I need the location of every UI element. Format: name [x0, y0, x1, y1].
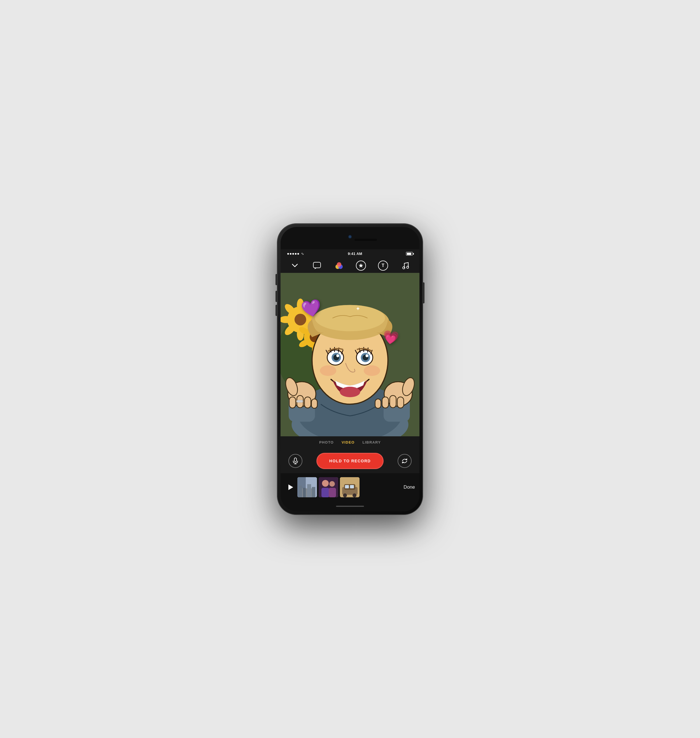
signal-dot-2	[290, 253, 291, 255]
svg-point-78	[322, 480, 329, 487]
clip-1-preview	[297, 477, 317, 497]
hold-to-record-button[interactable]: HOLD TO RECORD	[316, 453, 384, 469]
clip-thumbnail-3[interactable]	[340, 477, 360, 497]
chevron-down-button[interactable]	[290, 260, 300, 271]
toolbar: T	[281, 258, 419, 273]
camera-preview: 💜 💗 ✦	[281, 273, 419, 436]
chat-bubble-button[interactable]	[312, 260, 322, 271]
phone-screen: ∿ 9:41 AM	[281, 227, 419, 511]
svg-rect-54	[311, 399, 317, 408]
svg-point-32	[315, 305, 385, 331]
effects-button[interactable]	[334, 260, 344, 271]
svg-point-88	[353, 493, 356, 497]
star-icon	[359, 263, 363, 268]
pink-heart-sticker[interactable]: 💗	[382, 329, 400, 346]
earpiece-speaker	[354, 239, 377, 241]
svg-point-3	[337, 262, 341, 267]
music-button[interactable]	[400, 260, 410, 271]
done-button[interactable]: Done	[403, 484, 415, 490]
battery-fill	[407, 253, 411, 255]
wifi-icon: ∿	[301, 252, 304, 256]
phone-device: ∿ 9:41 AM	[277, 224, 423, 515]
chevron-down-icon	[292, 263, 298, 268]
svg-rect-81	[329, 488, 336, 497]
play-icon	[287, 484, 294, 491]
svg-rect-0	[313, 262, 321, 268]
text-icon: T	[382, 263, 384, 268]
front-camera	[349, 235, 351, 238]
play-button[interactable]	[285, 482, 296, 493]
status-time: 9:41 AM	[348, 252, 362, 256]
svg-rect-86	[350, 485, 354, 489]
svg-rect-51	[289, 397, 296, 408]
clip-tray: Done	[281, 473, 419, 501]
svg-rect-73	[299, 486, 302, 497]
chat-bubble-icon	[313, 262, 321, 269]
svg-marker-68	[288, 484, 293, 490]
svg-rect-75	[307, 484, 311, 497]
photo-mode-button[interactable]: PHOTO	[319, 440, 334, 445]
svg-rect-62	[382, 397, 389, 408]
clip-2-preview	[319, 477, 338, 497]
svg-rect-63	[390, 395, 396, 408]
signal-dot-1	[287, 253, 289, 255]
text-button[interactable]: T	[378, 260, 388, 271]
svg-rect-53	[304, 397, 311, 408]
microphone-icon	[293, 458, 298, 464]
signal-dot-5	[297, 253, 299, 255]
signal-dot-4	[295, 253, 297, 255]
svg-point-80	[329, 481, 335, 487]
mode-selector: PHOTO VIDEO LIBRARY	[281, 436, 419, 449]
text-circle-bg: T	[378, 261, 388, 271]
purple-heart-sticker[interactable]: 💜	[300, 297, 323, 319]
clip-thumbnail-1[interactable]	[297, 477, 317, 497]
sparkle-sticker: ✦	[356, 305, 360, 312]
svg-rect-64	[397, 397, 404, 408]
svg-point-37	[336, 354, 339, 357]
svg-point-43	[340, 386, 360, 397]
svg-rect-76	[312, 487, 315, 497]
svg-rect-85	[345, 485, 349, 489]
flip-camera-icon	[401, 458, 408, 464]
video-mode-button[interactable]: VIDEO	[341, 440, 354, 445]
svg-rect-55	[297, 400, 303, 402]
home-indicator	[336, 506, 364, 507]
svg-rect-74	[303, 488, 306, 497]
record-button-label: HOLD TO RECORD	[329, 459, 371, 463]
clip-3-preview	[340, 477, 360, 497]
signal-area: ∿	[287, 252, 304, 256]
flip-camera-button[interactable]	[398, 454, 412, 468]
microphone-button[interactable]	[288, 454, 302, 468]
star-circle-bg	[356, 261, 366, 271]
music-note-icon	[401, 262, 409, 270]
signal-dot-3	[292, 253, 294, 255]
svg-point-44	[320, 365, 336, 376]
clip-thumbnail-2[interactable]	[319, 477, 338, 497]
effects-balls-icon	[335, 262, 343, 270]
library-mode-button[interactable]: LIBRARY	[362, 440, 381, 445]
status-bar: ∿ 9:41 AM	[281, 249, 419, 258]
battery-area	[406, 252, 413, 255]
svg-rect-65	[294, 458, 297, 462]
svg-rect-61	[375, 399, 381, 408]
svg-rect-79	[321, 488, 329, 497]
battery-icon	[406, 252, 413, 255]
svg-point-87	[343, 493, 347, 497]
svg-point-42	[365, 354, 368, 357]
top-bezel	[281, 227, 419, 249]
bottom-bezel	[281, 501, 419, 511]
cartoon-scene	[281, 273, 419, 436]
star-button[interactable]	[356, 260, 366, 271]
record-area: HOLD TO RECORD	[281, 449, 419, 473]
svg-point-45	[364, 365, 380, 376]
